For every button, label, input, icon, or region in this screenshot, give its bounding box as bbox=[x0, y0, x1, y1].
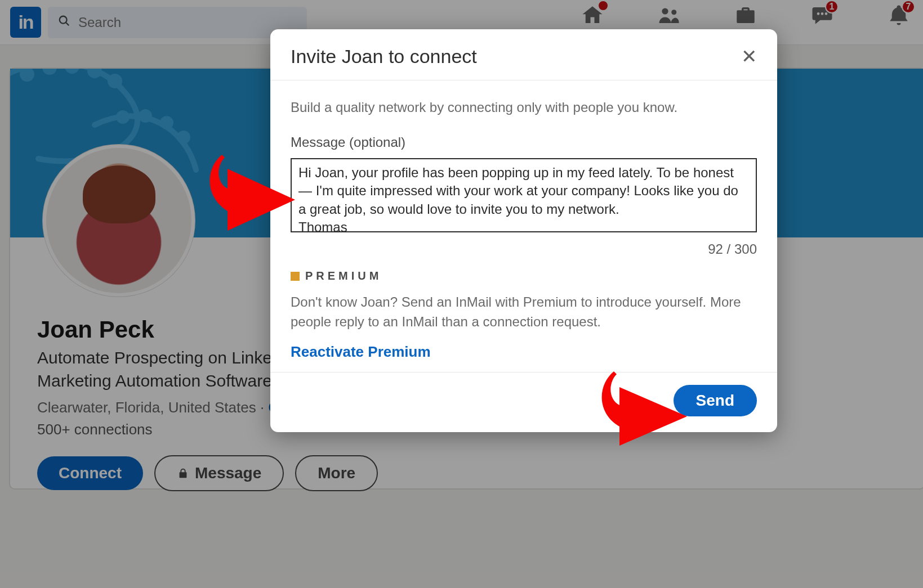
premium-label: PREMIUM bbox=[291, 270, 757, 282]
modal-title: Invite Joan to connect bbox=[291, 46, 477, 68]
modal-help-text: Build a quality network by connecting on… bbox=[291, 100, 757, 115]
modal-body: Build a quality network by connecting on… bbox=[270, 80, 777, 372]
reactivate-premium-link[interactable]: Reactivate Premium bbox=[291, 343, 431, 361]
modal-footer: Send bbox=[270, 372, 777, 432]
message-label: Message (optional) bbox=[291, 134, 757, 150]
premium-icon bbox=[291, 272, 300, 281]
invite-modal: Invite Joan to connect ✕ Build a quality… bbox=[270, 29, 777, 432]
close-icon[interactable]: ✕ bbox=[741, 45, 757, 68]
char-counter: 92 / 300 bbox=[291, 241, 757, 257]
premium-label-text: PREMIUM bbox=[305, 270, 382, 282]
annotation-arrow-send bbox=[591, 366, 693, 456]
message-textarea[interactable] bbox=[291, 158, 757, 232]
annotation-arrow-message bbox=[199, 146, 301, 242]
premium-text: Don't know Joan? Send an InMail with Pre… bbox=[291, 293, 757, 332]
modal-header: Invite Joan to connect ✕ bbox=[270, 29, 777, 80]
